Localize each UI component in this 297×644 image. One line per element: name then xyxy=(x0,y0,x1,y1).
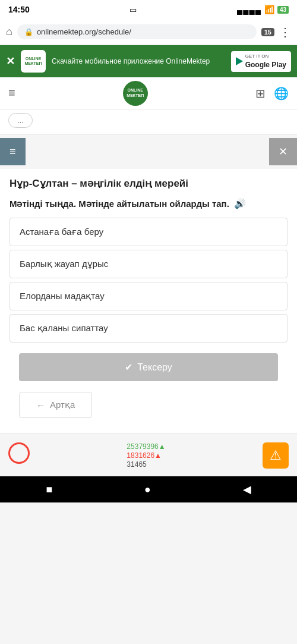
back-button-row: ← Артқа xyxy=(10,388,287,428)
question-instruction: Мәтінді тыңда. Мәтінде айтылатын ойларды… xyxy=(10,198,287,209)
lock-icon: 🔒 xyxy=(24,28,33,36)
wifi-icon: 📶 xyxy=(264,5,274,14)
check-icon: ✔ xyxy=(125,362,132,373)
grid-view-icon[interactable]: ⊞ xyxy=(255,86,266,100)
check-label: Тексеру xyxy=(137,362,172,373)
check-button-row: ✔ Тексеру xyxy=(10,346,287,388)
banner-logo: ONLINE МЕКТЕП xyxy=(21,50,46,73)
banner-text: Скачайте мобильное приложение OnlineMekt… xyxy=(52,56,225,67)
close-panel-button[interactable]: ✕ xyxy=(269,138,297,165)
footer-stats: 25379396▲ 1831626▲ 31465 ⚠ xyxy=(0,433,297,476)
option-item[interactable]: Барлық жауап дұрыс xyxy=(10,250,287,278)
battery-icon: 43 xyxy=(277,6,289,14)
stats-numbers: 25379396▲ 1831626▲ 31465 xyxy=(127,442,165,469)
site-logo: ONLINE МЕКТЕП xyxy=(123,81,148,106)
url-bar[interactable]: 🔒 onlinemektep.org/schedule/ xyxy=(17,24,257,39)
tablet-icon: ▭ xyxy=(129,5,137,14)
options-list: Астанаға баға беру Барлық жауап дұрыс Ел… xyxy=(10,218,287,346)
breadcrumb[interactable]: ... xyxy=(8,113,33,128)
play-triangle-icon xyxy=(236,57,243,65)
banner-close-button[interactable]: ✕ xyxy=(6,55,15,68)
stat-3: 31465 xyxy=(127,460,165,469)
home-button[interactable]: ⌂ xyxy=(6,26,12,38)
google-play-button[interactable]: GET IT ON Google Play xyxy=(231,51,291,72)
nav-right-icons: ⊞ 🌐 xyxy=(255,86,289,100)
status-time: 14:50 xyxy=(8,5,30,14)
check-button[interactable]: ✔ Тексеру xyxy=(19,353,278,381)
question-content: Нұр-Сұлтан – мәңгілік елдің мерейі Мәтін… xyxy=(0,169,297,433)
stat-2: 1831626▲ xyxy=(127,451,165,460)
breadcrumb-area: ... xyxy=(0,109,297,134)
close-icon: ✕ xyxy=(279,146,287,158)
back-button[interactable]: ◀ xyxy=(231,480,263,498)
language-icon[interactable]: 🌐 xyxy=(274,86,289,100)
url-text: onlinemektep.org/schedule/ xyxy=(37,27,249,36)
option-item[interactable]: Бас қаланы сипаттау xyxy=(10,314,287,343)
google-play-label: GET IT ON Google Play xyxy=(245,54,286,70)
more-button[interactable]: ⋮ xyxy=(279,25,291,39)
option-item[interactable]: Астанаға баға беру xyxy=(10,218,287,246)
signal-icon: ▄▄▄▄ xyxy=(237,5,261,14)
speaker-icon[interactable]: 🔊 xyxy=(234,198,246,209)
nav-bar: ≡ ONLINE МЕКТЕП ⊞ 🌐 xyxy=(0,77,297,109)
status-icons: ▄▄▄▄ 📶 43 xyxy=(237,5,289,14)
option-item[interactable]: Елорданы мадақтау xyxy=(10,282,287,310)
menu-icon: ≡ xyxy=(10,146,16,158)
toolbar-row: ≡ ✕ xyxy=(0,134,297,169)
recents-button[interactable]: ■ xyxy=(34,481,64,498)
circle-indicator xyxy=(8,442,30,464)
back-arrow-icon: ← xyxy=(36,400,45,410)
stat-1: 25379396▲ xyxy=(127,442,165,451)
android-nav-bar: ■ ● ◀ xyxy=(0,476,297,502)
content-area: ≡ ✕ Нұр-Сұлтан – мәңгілік елдің мерейі М… xyxy=(0,134,297,433)
home-button[interactable]: ● xyxy=(132,481,163,498)
hamburger-menu-button[interactable]: ≡ xyxy=(8,86,15,100)
back-button[interactable]: ← Артқа xyxy=(19,392,92,418)
warning-button[interactable]: ⚠ xyxy=(263,442,289,469)
status-bar: 14:50 ▭ ▄▄▄▄ 📶 43 xyxy=(0,0,297,19)
back-label: Артқа xyxy=(50,400,75,410)
menu-toggle-button[interactable]: ≡ xyxy=(0,138,26,165)
warning-icon: ⚠ xyxy=(270,448,282,463)
question-title: Нұр-Сұлтан – мәңгілік елдің мерейі xyxy=(10,177,287,190)
tab-count[interactable]: 15 xyxy=(261,28,274,36)
app-banner: ✕ ONLINE МЕКТЕП Скачайте мобильное прило… xyxy=(0,45,297,77)
browser-bar: ⌂ 🔒 onlinemektep.org/schedule/ 15 ⋮ xyxy=(0,19,297,45)
